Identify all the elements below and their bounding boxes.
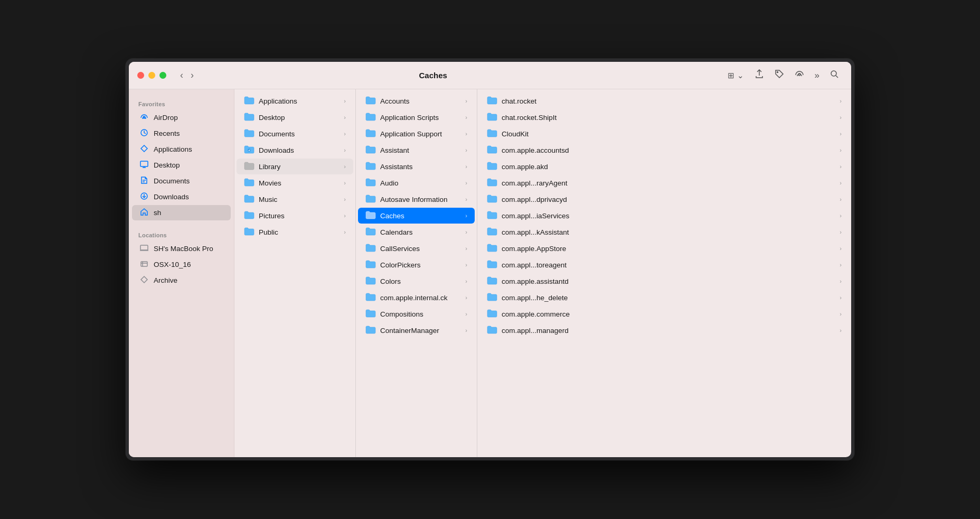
- chevron-icon: ›: [840, 229, 842, 235]
- chevron-icon: ›: [465, 180, 467, 186]
- list-item[interactable]: Autosave Information ›: [358, 191, 475, 207]
- list-item[interactable]: Downloads ›: [237, 142, 353, 158]
- list-item[interactable]: Desktop ›: [237, 109, 353, 125]
- chevron-icon: ›: [344, 98, 346, 104]
- desktop-icon: [139, 160, 149, 170]
- list-item[interactable]: com.appl...kAssistant ›: [479, 224, 849, 240]
- sidebar-item-downloads-label: Downloads: [154, 193, 189, 201]
- main-content: Favorites AirDrop: [129, 89, 851, 457]
- chevron-icon: ›: [840, 196, 842, 202]
- list-item[interactable]: com.apple.internal.ck ›: [358, 290, 475, 305]
- list-item[interactable]: com.appl...he_delete ›: [479, 290, 849, 305]
- list-item[interactable]: Library ›: [237, 159, 353, 174]
- sidebar-item-recents[interactable]: Recents: [132, 126, 231, 141]
- sidebar-item-airdrop-label: AirDrop: [154, 114, 178, 122]
- chevron-icon: ›: [465, 131, 467, 137]
- list-item[interactable]: Audio ›: [358, 175, 475, 191]
- finder-window: ‹ › Caches ⊞ ⌄: [126, 59, 854, 460]
- view-toggle-button[interactable]: ⊞ ⌄: [724, 68, 747, 83]
- sidebar-item-macbook-label: SH's MacBook Pro: [154, 245, 213, 253]
- list-item[interactable]: Assistant ›: [358, 142, 475, 158]
- sidebar-item-desktop[interactable]: Desktop: [132, 157, 231, 173]
- list-item[interactable]: chat.rocket.ShipIt ›: [479, 109, 849, 125]
- sidebar-item-macbook[interactable]: SH's MacBook Pro: [132, 241, 231, 256]
- chevron-icon: ›: [344, 180, 346, 186]
- folder-icon: [487, 260, 497, 270]
- sidebar-item-sh-label: sh: [154, 209, 161, 217]
- chevron-icon: ›: [465, 311, 467, 317]
- sidebar-item-documents-label: Documents: [154, 177, 190, 185]
- list-item[interactable]: chat.rocket ›: [479, 93, 849, 109]
- folder-icon: [365, 194, 376, 205]
- folder-icon: [244, 227, 255, 237]
- sidebar-item-sh[interactable]: sh: [132, 205, 231, 220]
- list-item[interactable]: com.appl...iaServices ›: [479, 208, 849, 224]
- list-item-caches[interactable]: Caches ›: [358, 208, 475, 224]
- chevron-icon: ›: [465, 147, 467, 153]
- more-button[interactable]: »: [811, 68, 823, 84]
- folder-icon: [365, 145, 376, 155]
- list-item[interactable]: Pictures ›: [237, 208, 353, 224]
- list-item[interactable]: ContainerManager ›: [358, 322, 475, 338]
- sidebar-item-downloads[interactable]: Downloads: [132, 189, 231, 205]
- svg-line-3: [836, 76, 838, 78]
- sidebar-item-archive[interactable]: Archive: [132, 273, 231, 288]
- airdrop-button[interactable]: [791, 67, 808, 84]
- list-item[interactable]: com.apple.commerce ›: [479, 306, 849, 322]
- sidebar-item-osx[interactable]: OSX-10_16: [132, 257, 231, 272]
- chevron-icon: ›: [840, 212, 842, 219]
- list-item[interactable]: com.apple.akd ›: [479, 159, 849, 174]
- applications-icon: [139, 144, 149, 154]
- search-button[interactable]: [826, 67, 843, 84]
- share-button[interactable]: [751, 67, 768, 84]
- chevron-icon: ›: [840, 163, 842, 170]
- list-item[interactable]: Public ›: [237, 224, 353, 240]
- folder-icon: [365, 326, 376, 336]
- tag-button[interactable]: [771, 67, 788, 84]
- folder-icon: [487, 194, 497, 205]
- sidebar-item-airdrop[interactable]: AirDrop: [132, 110, 231, 125]
- list-item[interactable]: Colors ›: [358, 273, 475, 289]
- list-item[interactable]: ColorPickers ›: [358, 257, 475, 273]
- list-item[interactable]: CloudKit ›: [479, 126, 849, 142]
- sidebar: Favorites AirDrop: [129, 89, 234, 457]
- locations-label: Locations: [129, 228, 234, 240]
- chevron-icon: ›: [840, 131, 842, 137]
- folder-icon: [244, 194, 255, 205]
- list-item[interactable]: com.appl...raryAgent ›: [479, 175, 849, 191]
- list-item[interactable]: com.apple.accountsd ›: [479, 142, 849, 158]
- chevron-icon: ›: [465, 229, 467, 235]
- list-item[interactable]: com.apple.AppStore ›: [479, 240, 849, 256]
- list-item[interactable]: Application Scripts ›: [358, 109, 475, 125]
- chevron-icon: ›: [465, 114, 467, 121]
- list-item[interactable]: com.appl...dprivacyd ›: [479, 191, 849, 207]
- column-2: Accounts › Application Scripts ›: [356, 89, 477, 457]
- downloads-icon: [139, 192, 149, 202]
- chevron-icon: ›: [465, 294, 467, 301]
- chevron-icon: ›: [344, 114, 346, 121]
- list-item[interactable]: Movies ›: [237, 175, 353, 191]
- list-item[interactable]: com.apple.assistantd ›: [479, 273, 849, 289]
- folder-icon: [365, 227, 376, 237]
- list-item[interactable]: Calendars ›: [358, 224, 475, 240]
- list-item[interactable]: Compositions ›: [358, 306, 475, 322]
- svg-point-2: [831, 71, 836, 76]
- sidebar-item-applications-label: Applications: [154, 145, 192, 153]
- list-item[interactable]: Music ›: [237, 191, 353, 207]
- folder-icon: [244, 162, 255, 172]
- list-item[interactable]: com.appl...toreagent ›: [479, 257, 849, 273]
- list-item[interactable]: Applications ›: [237, 93, 353, 109]
- folder-icon: [365, 113, 376, 123]
- list-item[interactable]: com.appl...managerd ›: [479, 322, 849, 338]
- folder-icon: [244, 145, 255, 155]
- list-item[interactable]: CallServices ›: [358, 240, 475, 256]
- list-item[interactable]: Accounts ›: [358, 93, 475, 109]
- svg-rect-6: [140, 161, 148, 166]
- sidebar-item-documents[interactable]: Documents: [132, 173, 231, 189]
- list-item[interactable]: Assistants ›: [358, 159, 475, 174]
- chevron-icon: ›: [840, 262, 842, 268]
- folder-icon: [244, 178, 255, 188]
- sidebar-item-applications[interactable]: Applications: [132, 142, 231, 157]
- list-item[interactable]: Application Support ›: [358, 126, 475, 142]
- list-item[interactable]: Documents ›: [237, 126, 353, 142]
